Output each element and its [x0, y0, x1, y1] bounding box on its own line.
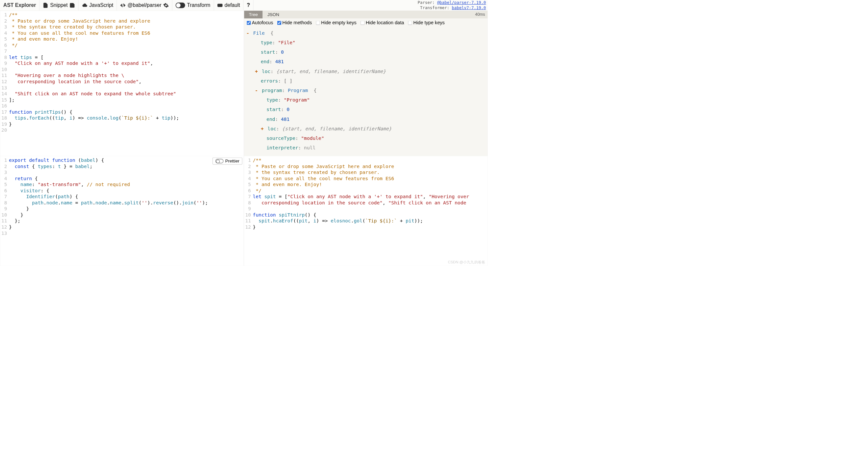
help-button[interactable]: ?	[244, 0, 253, 10]
code-tag-icon	[120, 3, 126, 8]
output-code: /** * Paste or drop some JavaScript here…	[253, 156, 469, 231]
parser-label: @babel/parser	[127, 2, 161, 8]
code-file-icon	[43, 3, 49, 8]
transformer-version-link[interactable]: babelv7-7.19.0	[452, 5, 486, 10]
transform-editor-pane[interactable]: Prettier 1 2 3 4 5 6 7 8 9 10 11 12 13 e…	[0, 156, 244, 266]
parser-menu[interactable]: @babel/parser	[117, 0, 172, 10]
gear-icon[interactable]	[163, 3, 169, 8]
language-label: JavaScript	[89, 2, 113, 8]
opt-hide-location[interactable]: Hide location data	[361, 20, 404, 26]
tab-json[interactable]: JSON	[262, 11, 284, 19]
opt-hide-type[interactable]: Hide type keys	[408, 20, 445, 26]
source-code[interactable]: /** * Paste or drop some JavaScript here…	[9, 11, 179, 135]
main-grid: 1 2 3 4 5 6 7 8 9 10 11 12 13 14 15 16 1…	[0, 11, 488, 266]
transform-menu[interactable]: Transform	[173, 0, 214, 10]
transform-label: Transform	[187, 2, 211, 8]
line-gutter: 1 2 3 4 5 6 7 8 9 10 11 12 13 14 15 16 1…	[0, 11, 9, 135]
transform-code[interactable]: export default function (babel) { const …	[9, 156, 208, 237]
preset-menu[interactable]: default	[214, 0, 244, 10]
parser-version-link[interactable]: @babel/parser-7.19.0	[437, 0, 486, 5]
source-editor-pane[interactable]: 1 2 3 4 5 6 7 8 9 10 11 12 13 14 15 16 1…	[0, 11, 244, 156]
opt-autofocus[interactable]: Autofocus	[247, 20, 273, 26]
tab-tree[interactable]: Tree	[244, 11, 262, 19]
keyboard-icon	[217, 3, 223, 8]
prettier-button[interactable]: Prettier	[212, 158, 242, 164]
version-meta: Parser: @babel/parser-7.19.0 Transformer…	[417, 0, 486, 10]
svg-rect-0	[218, 4, 222, 6]
language-menu[interactable]: JavaScript	[79, 0, 117, 10]
save-icon	[69, 3, 75, 8]
ast-tabs: Tree JSON 40ms	[244, 11, 488, 19]
prettier-toggle-icon	[215, 159, 223, 163]
snippet-menu[interactable]: Snippet	[39, 0, 79, 10]
opt-hide-empty[interactable]: Hide empty keys	[316, 20, 356, 26]
parse-time: 40ms	[475, 12, 488, 17]
line-gutter: 1 2 3 4 5 6 7 8 9 10 11 12	[244, 156, 253, 231]
snippet-label: Snippet	[50, 2, 67, 8]
line-gutter: 1 2 3 4 5 6 7 8 9 10 11 12 13	[0, 156, 9, 237]
ast-tree[interactable]: - File { type: "File" start: 0 end: 481 …	[244, 27, 488, 154]
toolbar: AST Explorer Snippet JavaScript @babel/p…	[0, 0, 488, 11]
opt-hide-methods[interactable]: Hide methods	[277, 20, 312, 26]
watermark: CSDN @小九九的爸爸	[448, 260, 485, 265]
cloud-icon	[82, 3, 88, 8]
app-logo[interactable]: AST Explorer	[0, 0, 39, 10]
output-editor-pane[interactable]: 1 2 3 4 5 6 7 8 9 10 11 12 /** * Paste o…	[244, 156, 488, 266]
ast-options: Autofocus Hide methods Hide empty keys H…	[244, 18, 488, 27]
ast-pane: Tree JSON 40ms Autofocus Hide methods Hi…	[244, 11, 488, 156]
transform-toggle-icon[interactable]	[176, 3, 185, 8]
preset-label: default	[224, 2, 240, 8]
